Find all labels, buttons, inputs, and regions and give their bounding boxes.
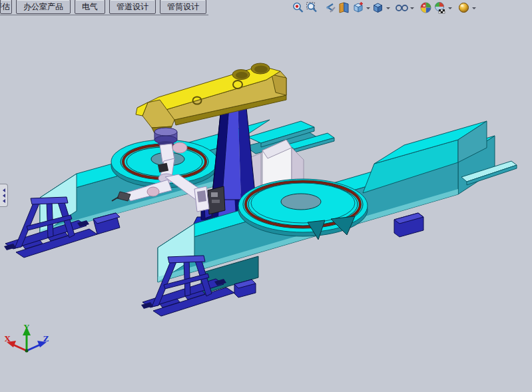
- view-settings-icon[interactable]: [457, 1, 471, 14]
- tab-tubing-design[interactable]: 管筒设计: [160, 0, 206, 14]
- section-view-icon[interactable]: [337, 1, 351, 14]
- reference-triad: X Y Z: [5, 323, 49, 353]
- triad-y-label: Y: [23, 323, 29, 332]
- solidworks-window: X Y Z 评估 办公室产品 电气 管道设计 管筒设计: [0, 0, 532, 392]
- zoom-to-fit-icon[interactable]: [291, 1, 305, 14]
- panel-expander[interactable]: [0, 184, 8, 207]
- chevron-left-icon: [1, 194, 5, 198]
- commandmanager-tabs: 评估 办公室产品 电气 管道设计 管筒设计: [0, 0, 208, 15]
- view-settings-dropdown[interactable]: [471, 1, 477, 14]
- viewport-3d[interactable]: X Y Z: [0, 0, 532, 392]
- zoom-to-area-icon[interactable]: [305, 1, 319, 14]
- edit-appearance-icon[interactable]: [419, 1, 433, 14]
- chevron-left-icon: [1, 188, 5, 192]
- tab-electrical[interactable]: 电气: [75, 0, 105, 14]
- display-style-dropdown[interactable]: [385, 1, 391, 14]
- triad-x-label: X: [5, 335, 11, 343]
- view-orientation-icon[interactable]: [351, 1, 365, 14]
- previous-view-icon[interactable]: [323, 1, 337, 14]
- hide-show-items-icon[interactable]: [395, 1, 409, 14]
- display-style-icon[interactable]: [371, 1, 385, 14]
- apply-scene-dropdown[interactable]: [447, 1, 453, 14]
- tab-office-products[interactable]: 办公室产品: [16, 0, 71, 14]
- triad-z-label: Z: [43, 335, 49, 343]
- tab-evaluate-partial[interactable]: 评估: [0, 0, 12, 14]
- apply-scene-icon[interactable]: [433, 1, 447, 14]
- heads-up-toolbar: [291, 1, 477, 14]
- view-orientation-dropdown[interactable]: [365, 1, 371, 14]
- tab-piping-design[interactable]: 管道设计: [109, 0, 156, 14]
- chevron-left-icon: [1, 199, 5, 203]
- hide-show-items-dropdown[interactable]: [409, 1, 415, 14]
